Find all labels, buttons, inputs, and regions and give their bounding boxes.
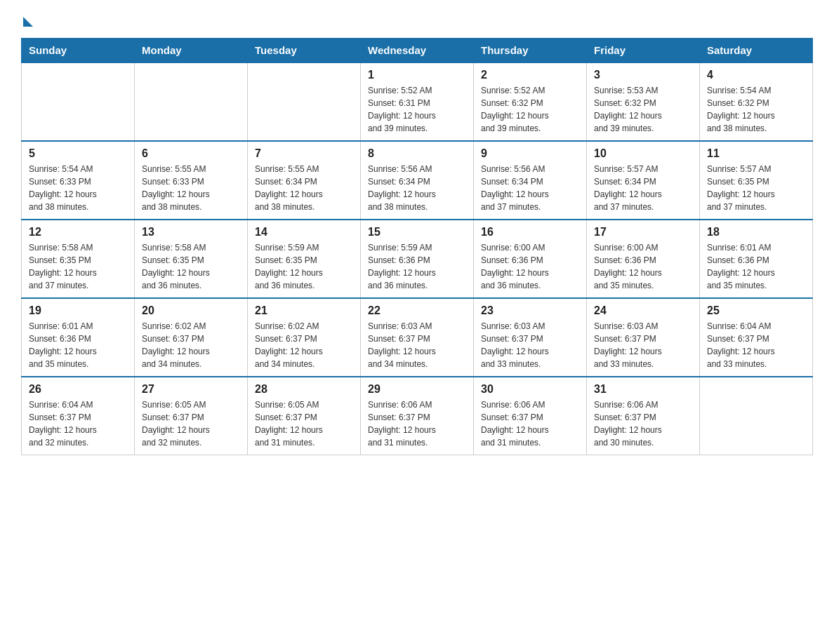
day-info: Sunrise: 6:00 AM Sunset: 6:36 PM Dayligh… [594,241,692,292]
day-header-thursday: Thursday [474,39,587,63]
day-number: 5 [29,147,127,160]
day-info: Sunrise: 5:54 AM Sunset: 6:32 PM Dayligh… [707,84,805,135]
calendar-cell: 14Sunrise: 5:59 AM Sunset: 6:35 PM Dayli… [248,220,361,298]
day-number: 15 [368,226,466,239]
calendar-table: SundayMondayTuesdayWednesdayThursdayFrid… [21,38,813,455]
day-number: 19 [29,304,127,317]
day-info: Sunrise: 5:57 AM Sunset: 6:35 PM Dayligh… [707,163,805,213]
calendar-cell [135,62,248,141]
day-number: 7 [255,147,353,160]
day-number: 17 [594,226,692,239]
day-info: Sunrise: 6:04 AM Sunset: 6:37 PM Dayligh… [707,320,805,370]
day-number: 26 [29,383,127,396]
calendar-cell: 30Sunrise: 6:06 AM Sunset: 6:37 PM Dayli… [474,377,587,455]
day-number: 4 [707,69,805,81]
calendar-cell: 22Sunrise: 6:03 AM Sunset: 6:37 PM Dayli… [361,298,474,377]
day-info: Sunrise: 6:03 AM Sunset: 6:37 PM Dayligh… [594,320,692,370]
day-info: Sunrise: 5:56 AM Sunset: 6:34 PM Dayligh… [368,163,466,213]
day-number: 27 [142,383,240,396]
day-number: 16 [481,226,579,239]
day-number: 22 [368,304,466,317]
day-info: Sunrise: 6:03 AM Sunset: 6:37 PM Dayligh… [368,320,466,370]
calendar-cell [22,62,135,141]
week-row-5: 26Sunrise: 6:04 AM Sunset: 6:37 PM Dayli… [22,377,813,455]
day-number: 8 [368,147,466,160]
week-row-2: 5Sunrise: 5:54 AM Sunset: 6:33 PM Daylig… [22,141,813,220]
week-row-3: 12Sunrise: 5:58 AM Sunset: 6:35 PM Dayli… [22,220,813,298]
calendar-cell: 4Sunrise: 5:54 AM Sunset: 6:32 PM Daylig… [700,62,813,141]
calendar-cell: 6Sunrise: 5:55 AM Sunset: 6:33 PM Daylig… [135,141,248,220]
day-header-monday: Monday [135,39,248,63]
calendar-cell: 8Sunrise: 5:56 AM Sunset: 6:34 PM Daylig… [361,141,474,220]
calendar-cell: 16Sunrise: 6:00 AM Sunset: 6:36 PM Dayli… [474,220,587,298]
day-info: Sunrise: 5:58 AM Sunset: 6:35 PM Dayligh… [29,241,127,292]
calendar-header-row: SundayMondayTuesdayWednesdayThursdayFrid… [22,39,813,63]
day-number: 31 [594,383,692,396]
day-number: 1 [368,69,466,81]
calendar-cell: 27Sunrise: 6:05 AM Sunset: 6:37 PM Dayli… [135,377,248,455]
day-info: Sunrise: 6:03 AM Sunset: 6:37 PM Dayligh… [481,320,579,370]
day-info: Sunrise: 5:56 AM Sunset: 6:34 PM Dayligh… [481,163,579,213]
day-number: 9 [481,147,579,160]
day-header-friday: Friday [587,39,700,63]
calendar-cell: 31Sunrise: 6:06 AM Sunset: 6:37 PM Dayli… [587,377,700,455]
day-info: Sunrise: 6:04 AM Sunset: 6:37 PM Dayligh… [29,398,127,449]
day-number: 20 [142,304,240,317]
day-number: 10 [594,147,692,160]
day-info: Sunrise: 5:53 AM Sunset: 6:32 PM Dayligh… [594,84,692,135]
day-info: Sunrise: 6:06 AM Sunset: 6:37 PM Dayligh… [594,398,692,449]
calendar-cell: 1Sunrise: 5:52 AM Sunset: 6:31 PM Daylig… [361,62,474,141]
day-number: 12 [29,226,127,239]
day-header-saturday: Saturday [700,39,813,63]
calendar-cell: 11Sunrise: 5:57 AM Sunset: 6:35 PM Dayli… [700,141,813,220]
day-info: Sunrise: 6:01 AM Sunset: 6:36 PM Dayligh… [29,320,127,370]
day-info: Sunrise: 6:02 AM Sunset: 6:37 PM Dayligh… [142,320,240,370]
day-number: 25 [707,304,805,317]
logo [21,14,33,24]
calendar-cell: 29Sunrise: 6:06 AM Sunset: 6:37 PM Dayli… [361,377,474,455]
day-info: Sunrise: 6:06 AM Sunset: 6:37 PM Dayligh… [368,398,466,449]
day-info: Sunrise: 5:54 AM Sunset: 6:33 PM Dayligh… [29,163,127,213]
calendar-cell: 19Sunrise: 6:01 AM Sunset: 6:36 PM Dayli… [22,298,135,377]
calendar-cell: 7Sunrise: 5:55 AM Sunset: 6:34 PM Daylig… [248,141,361,220]
day-number: 3 [594,69,692,81]
day-info: Sunrise: 5:57 AM Sunset: 6:34 PM Dayligh… [594,163,692,213]
calendar-cell: 12Sunrise: 5:58 AM Sunset: 6:35 PM Dayli… [22,220,135,298]
calendar-cell: 2Sunrise: 5:52 AM Sunset: 6:32 PM Daylig… [474,62,587,141]
week-row-4: 19Sunrise: 6:01 AM Sunset: 6:36 PM Dayli… [22,298,813,377]
calendar-cell: 28Sunrise: 6:05 AM Sunset: 6:37 PM Dayli… [248,377,361,455]
day-info: Sunrise: 6:00 AM Sunset: 6:36 PM Dayligh… [481,241,579,292]
calendar-cell: 25Sunrise: 6:04 AM Sunset: 6:37 PM Dayli… [700,298,813,377]
calendar-cell: 5Sunrise: 5:54 AM Sunset: 6:33 PM Daylig… [22,141,135,220]
day-info: Sunrise: 5:52 AM Sunset: 6:31 PM Dayligh… [368,84,466,135]
day-info: Sunrise: 5:59 AM Sunset: 6:35 PM Dayligh… [255,241,353,292]
day-header-tuesday: Tuesday [248,39,361,63]
day-number: 18 [707,226,805,239]
calendar-cell: 3Sunrise: 5:53 AM Sunset: 6:32 PM Daylig… [587,62,700,141]
logo-arrow-icon [23,17,33,27]
day-info: Sunrise: 5:55 AM Sunset: 6:33 PM Dayligh… [142,163,240,213]
calendar-cell [700,377,813,455]
day-info: Sunrise: 6:02 AM Sunset: 6:37 PM Dayligh… [255,320,353,370]
calendar-cell: 24Sunrise: 6:03 AM Sunset: 6:37 PM Dayli… [587,298,700,377]
day-info: Sunrise: 6:01 AM Sunset: 6:36 PM Dayligh… [707,241,805,292]
calendar-cell: 21Sunrise: 6:02 AM Sunset: 6:37 PM Dayli… [248,298,361,377]
day-info: Sunrise: 5:58 AM Sunset: 6:35 PM Dayligh… [142,241,240,292]
calendar-cell: 13Sunrise: 5:58 AM Sunset: 6:35 PM Dayli… [135,220,248,298]
day-number: 23 [481,304,579,317]
calendar-cell: 23Sunrise: 6:03 AM Sunset: 6:37 PM Dayli… [474,298,587,377]
calendar-cell: 20Sunrise: 6:02 AM Sunset: 6:37 PM Dayli… [135,298,248,377]
day-header-wednesday: Wednesday [361,39,474,63]
day-info: Sunrise: 6:05 AM Sunset: 6:37 PM Dayligh… [255,398,353,449]
day-number: 24 [594,304,692,317]
calendar-cell: 9Sunrise: 5:56 AM Sunset: 6:34 PM Daylig… [474,141,587,220]
day-info: Sunrise: 5:59 AM Sunset: 6:36 PM Dayligh… [368,241,466,292]
day-info: Sunrise: 6:06 AM Sunset: 6:37 PM Dayligh… [481,398,579,449]
day-header-sunday: Sunday [22,39,135,63]
day-number: 28 [255,383,353,396]
calendar-cell: 18Sunrise: 6:01 AM Sunset: 6:36 PM Dayli… [700,220,813,298]
calendar-cell: 17Sunrise: 6:00 AM Sunset: 6:36 PM Dayli… [587,220,700,298]
day-info: Sunrise: 5:52 AM Sunset: 6:32 PM Dayligh… [481,84,579,135]
day-number: 14 [255,226,353,239]
day-number: 13 [142,226,240,239]
